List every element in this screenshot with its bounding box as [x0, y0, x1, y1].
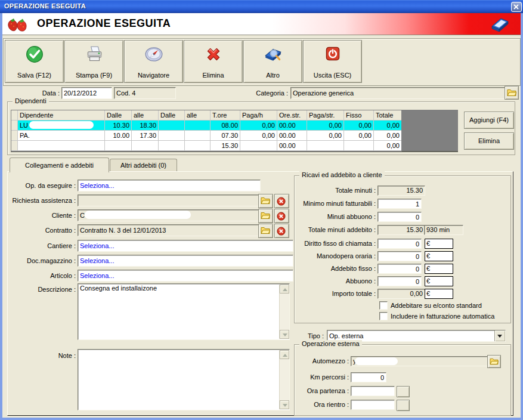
- clear-x-icon: [277, 197, 286, 206]
- folder-icon: [261, 212, 270, 220]
- col-alle1[interactable]: alle: [132, 110, 159, 121]
- print-button[interactable]: Stampa (F9): [64, 40, 123, 83]
- col-alle2[interactable]: alle: [185, 110, 211, 121]
- ora-rientro-input[interactable]: [351, 400, 395, 410]
- col-tore[interactable]: T.ore: [211, 110, 240, 121]
- contratto-browse-button[interactable]: [258, 224, 273, 238]
- delete-button[interactable]: Elimina: [184, 40, 243, 83]
- fatturazione-checkbox-label: Includere in fatturazione automatica: [391, 312, 494, 320]
- table-header-row: Dipendente Dalle alle Dalle alle T.ore P…: [11, 110, 401, 121]
- navigator-button[interactable]: Navigatore: [124, 40, 183, 83]
- col-paga-h[interactable]: Paga/h: [240, 110, 277, 121]
- col-dalle1[interactable]: Dalle: [105, 110, 132, 121]
- note-textarea[interactable]: [78, 349, 290, 410]
- col-paga-str[interactable]: Paga/str.: [307, 110, 344, 121]
- totale-minuti-addebito-field: 15.30: [377, 225, 425, 235]
- dropdown-arrow-icon[interactable]: [494, 331, 505, 341]
- page-title: OPERAZIONE ESEGUITA: [37, 17, 171, 30]
- clear-x-icon: [277, 212, 286, 221]
- print-button-label: Stampa (F9): [65, 72, 123, 79]
- delete-button-label: Elimina: [184, 72, 242, 79]
- automezzo-browse-button[interactable]: [487, 355, 501, 368]
- totale-minuti-label: Totale minuti :: [295, 186, 376, 196]
- col-dipendente[interactable]: Dipendente: [18, 110, 105, 121]
- tab-altri-addebiti[interactable]: Altri addebiti (0): [110, 159, 177, 172]
- contratto-clear-button[interactable]: [274, 224, 289, 238]
- diritto-fisso-label: Diritto fisso di chiamata :: [295, 239, 376, 249]
- ora-rientro-picker-button[interactable]: [397, 400, 410, 411]
- save-button[interactable]: Salva (F12): [5, 40, 64, 83]
- diritto-fisso-input[interactable]: [377, 239, 422, 249]
- richiesta-clear-button[interactable]: [274, 194, 289, 208]
- data-input[interactable]: [61, 87, 112, 99]
- row-selector[interactable]: [11, 141, 18, 151]
- cantiere-label: Cantiere :: [7, 240, 76, 252]
- richiesta-browse-button[interactable]: [258, 194, 273, 208]
- elimina-row-button[interactable]: Elimina: [464, 132, 514, 150]
- aggiungi-button[interactable]: Aggiungi (F4): [464, 112, 514, 129]
- redaction-blob: [355, 357, 398, 365]
- articolo-select[interactable]: Seleziona...: [78, 270, 293, 282]
- row-selector[interactable]: [11, 131, 18, 141]
- doc-magazzino-select[interactable]: Seleziona...: [78, 255, 293, 267]
- delete-x-icon: [203, 44, 224, 64]
- col-totale[interactable]: Totale: [374, 110, 401, 121]
- scroll-up-icon[interactable]: [280, 285, 289, 294]
- cod-field: Cod. 4: [114, 87, 176, 99]
- exit-button[interactable]: Uscita (ESC): [303, 40, 362, 83]
- cliente-clear-button[interactable]: [274, 209, 289, 223]
- table-totals-row[interactable]: 15.30 00.00 0,00: [11, 141, 401, 151]
- econto-checkbox[interactable]: [379, 301, 388, 310]
- abbuono-input[interactable]: [377, 276, 422, 286]
- header-band: OPERAZIONE ESEGUITA: [2, 13, 521, 35]
- addebito-fisso-label: Addebito fisso :: [295, 264, 376, 274]
- clear-x-icon: [277, 227, 286, 236]
- minimo-minuti-input[interactable]: [377, 199, 422, 209]
- totale-minuti-addebito-label: Totale minuti addebito :: [295, 225, 376, 235]
- op-da-eseguire-select[interactable]: Seleziona...: [78, 180, 261, 192]
- addebito-fisso-input[interactable]: [377, 264, 422, 274]
- doc-magazzino-label: Doc.magazzino :: [7, 255, 76, 267]
- ora-partenza-picker-button[interactable]: [397, 386, 410, 397]
- book-search-icon: [263, 44, 283, 64]
- cliente-browse-button[interactable]: [258, 209, 273, 223]
- folder-icon: [261, 227, 270, 234]
- exit-button-label: Uscita (ESC): [304, 72, 361, 79]
- cliente-label: Cliente :: [7, 209, 76, 221]
- col-fisso[interactable]: Fisso: [344, 110, 374, 121]
- save-button-label: Salva (F12): [5, 72, 63, 79]
- folder-icon: [490, 358, 499, 365]
- diritto-fisso-currency: €: [425, 239, 453, 249]
- operazione-esterna-group-label: Operazione esterna: [299, 340, 362, 347]
- descrizione-textarea[interactable]: Consegna ed installaizone: [78, 283, 290, 340]
- categoria-field: Operazione generica: [290, 87, 506, 99]
- km-percorsi-input[interactable]: [351, 372, 386, 382]
- table-row[interactable]: PA. 10.00 17.30 07.30 0,00 00.00 0,00 0,…: [11, 131, 401, 141]
- cantiere-select[interactable]: Seleziona...: [78, 240, 293, 252]
- col-ore-str[interactable]: Ore.str.: [277, 110, 307, 121]
- power-icon: [323, 44, 343, 64]
- fatturazione-checkbox[interactable]: [379, 312, 388, 320]
- importo-totale-label: Importo totale :: [295, 289, 376, 299]
- col-dalle2[interactable]: Dalle: [159, 110, 185, 121]
- note-label: Note :: [7, 350, 76, 362]
- categoria-label: Categoria :: [236, 87, 288, 99]
- tab-collegamenti[interactable]: Collegamenti e addebiti: [10, 158, 109, 172]
- importo-totale-currency: €: [425, 289, 453, 299]
- categoria-browse-button[interactable]: [505, 86, 519, 100]
- op-da-eseguire-label: Op. da eseguire :: [7, 180, 76, 192]
- row-selector[interactable]: [11, 121, 18, 131]
- contratto-field: Contratto N. 3 del 12/01/2013: [78, 224, 259, 236]
- manodopera-currency: €: [425, 251, 453, 261]
- manodopera-input[interactable]: [377, 251, 422, 261]
- more-button[interactable]: Altro: [243, 40, 302, 83]
- close-button[interactable]: [511, 2, 522, 12]
- descrizione-label: Descrizione :: [7, 283, 76, 295]
- richiesta-assistenza-label: Richiesta assistenza :: [7, 194, 76, 206]
- ora-partenza-input[interactable]: [351, 386, 395, 396]
- active-tab-merge: [10, 171, 107, 172]
- minuti-abbuono-input[interactable]: [377, 212, 422, 222]
- close-icon: [513, 4, 519, 10]
- window-title: OPERAZIONE ESEGUITA: [4, 2, 86, 10]
- dipendenti-table: Dipendente Dalle alle Dalle alle T.ore P…: [11, 110, 402, 152]
